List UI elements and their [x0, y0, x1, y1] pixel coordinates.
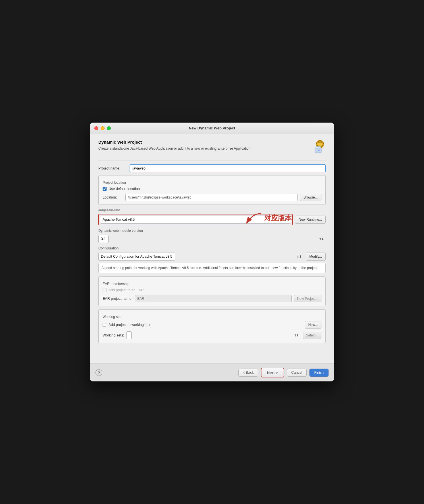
working-sets-label: Working sets: [103, 315, 321, 319]
back-button[interactable]: < Back: [238, 369, 258, 377]
svg-text:jar: jar: [317, 149, 320, 152]
add-to-ear-label: Add project to an EAR: [109, 288, 144, 292]
bottom-bar: ? < Back Next > Cancel Finish: [90, 363, 334, 381]
location-input[interactable]: [125, 194, 298, 201]
target-runtime-label: Target runtime: [98, 208, 326, 212]
configuration-select[interactable]: Default Configuration for Apache Tomcat …: [98, 253, 175, 261]
project-icon: jar: [311, 140, 326, 154]
window-title: New Dynamic Web Project: [189, 126, 235, 130]
header-title: Dynamic Web Project: [98, 140, 252, 144]
header-description: Create a standalone Java-based Web Appli…: [98, 146, 252, 151]
configuration-section: Configuration Default Configuration for …: [98, 246, 326, 273]
ear-project-name-input[interactable]: [135, 295, 292, 302]
next-button[interactable]: Next >: [261, 368, 284, 377]
close-button[interactable]: [94, 126, 98, 130]
working-sets-label2: Working sets:: [103, 333, 124, 337]
svg-rect-6: [316, 146, 321, 148]
cancel-button[interactable]: Cancel: [287, 369, 307, 377]
project-name-row: Project name:: [98, 164, 326, 172]
new-working-set-button[interactable]: New...: [305, 321, 321, 329]
configuration-label: Configuration: [98, 246, 326, 250]
use-default-location-row: Use default location: [103, 187, 321, 191]
help-button[interactable]: ?: [95, 369, 102, 376]
title-bar: New Dynamic Web Project: [90, 123, 334, 134]
target-runtime-dropdown-wrapper: Apache Tomcat v8.5 ⬆⬇: [98, 214, 293, 225]
add-to-ear-checkbox[interactable]: [103, 288, 107, 292]
project-location-title: Project location: [103, 181, 321, 185]
header-divider: [98, 160, 326, 160]
select-button[interactable]: Select...: [303, 332, 321, 339]
maximize-button[interactable]: [107, 126, 111, 130]
new-runtime-button[interactable]: New Runtime...: [295, 216, 326, 224]
dynamic-web-module-select[interactable]: 3.1: [98, 235, 109, 243]
header-text: Dynamic Web Project Create a standalone …: [98, 140, 252, 151]
finish-button[interactable]: Finish: [309, 369, 329, 377]
add-to-working-sets-row: Add project to working sets New...: [103, 321, 321, 329]
dropdown-arrow-icon-3: ⬆⬇: [297, 255, 302, 259]
project-location-section: Project location Use default location Lo…: [98, 175, 326, 205]
configuration-dropdown-row: Default Configuration for Apache Tomcat …: [98, 253, 326, 261]
dynamic-web-module-section: Dynamic web module version 3.1 ⬆⬇: [98, 229, 326, 243]
browse-button[interactable]: Browse...: [300, 194, 321, 201]
location-row: Location: Browse...: [103, 194, 321, 201]
config-description: A good starting point for working with A…: [98, 263, 326, 273]
working-sets-select[interactable]: [126, 331, 132, 339]
location-label: Location:: [103, 195, 123, 199]
add-to-working-sets-checkbox[interactable]: [103, 323, 106, 327]
dynamic-web-module-label: Dynamic web module version: [98, 229, 326, 233]
traffic-lights: [94, 126, 111, 130]
working-sets-section: Working sets Add project to working sets…: [98, 309, 326, 343]
project-name-input[interactable]: [130, 164, 326, 172]
dropdown-arrow-icon-4: ⬆⬇: [294, 334, 299, 337]
ear-project-name-row: EAR project name: New Project...: [103, 295, 321, 302]
ear-membership-label: EAR membership: [103, 282, 321, 286]
minimize-button[interactable]: [101, 126, 105, 130]
target-runtime-section: Target runtime Apache Tomcat v8.5 ⬆⬇ New…: [98, 208, 326, 225]
project-name-label: Project name:: [98, 166, 130, 170]
use-default-location-label: Use default location: [109, 187, 140, 191]
working-sets-input-row: Working sets: ⬆⬇ Select...: [103, 331, 321, 339]
dialog-window: New Dynamic Web Project Dynamic Web Proj…: [90, 123, 334, 381]
dialog-content: Dynamic Web Project Create a standalone …: [90, 134, 334, 363]
target-runtime-select[interactable]: Apache Tomcat v8.5: [100, 216, 291, 224]
add-to-working-sets-label: Add project to working sets: [109, 323, 151, 327]
new-project-button[interactable]: New Project...: [294, 295, 321, 302]
ear-membership-section: EAR membership Add project to an EAR EAR…: [98, 276, 326, 306]
dropdown-arrow-icon-2: ⬆⬇: [319, 237, 324, 241]
modify-button[interactable]: Modify...: [306, 253, 326, 261]
ear-project-name-label: EAR project name:: [103, 297, 132, 301]
header-section: Dynamic Web Project Create a standalone …: [98, 140, 326, 154]
add-to-ear-row: Add project to an EAR: [103, 288, 321, 292]
use-default-location-checkbox[interactable]: [103, 187, 107, 191]
